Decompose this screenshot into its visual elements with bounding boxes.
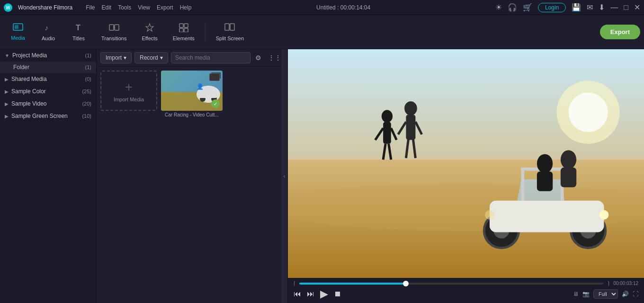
time-slider[interactable]	[299, 283, 604, 285]
time-end: ⌉	[608, 281, 609, 286]
panel-collapse-arrow[interactable]: ‹	[281, 49, 287, 303]
main-area: ▼ Project Media (1) Folder (1) ▶ Shared …	[0, 49, 644, 303]
time-filled	[299, 283, 406, 285]
import-media-label: Import Media	[114, 97, 144, 102]
search-input[interactable]	[171, 52, 250, 63]
record-button[interactable]: Record ▾	[134, 52, 168, 63]
svg-rect-6	[109, 25, 114, 30]
toolbar-transitions[interactable]: Transitions	[95, 21, 133, 43]
headset-icon[interactable]: 🎧	[508, 3, 517, 12]
menu-item-edit[interactable]: Edit	[102, 4, 112, 11]
project-title: Untitled : 00:00:14:04	[316, 4, 370, 11]
camera-icon[interactable]: 📷	[582, 291, 590, 297]
transitions-label: Transitions	[101, 36, 126, 41]
maximize-icon[interactable]: □	[624, 3, 628, 12]
expand-arrow-project-media: ▼	[5, 53, 9, 58]
titles-icon: T	[73, 23, 84, 35]
menu-file[interactable]: File Edit Tools View Export Help	[86, 4, 191, 11]
grid-view-icon[interactable]: ⋮⋮	[266, 53, 283, 62]
monitor-icon[interactable]: 🖥	[573, 291, 579, 297]
preview-scene	[288, 49, 644, 278]
svg-rect-40	[537, 171, 553, 191]
cart-icon[interactable]: 🛒	[523, 3, 532, 12]
sample-green-count: (10)	[82, 113, 91, 119]
svg-point-39	[537, 154, 553, 173]
shared-media-header[interactable]: ▶ Shared Media (0)	[0, 73, 96, 85]
shared-media-count: (0)	[85, 76, 91, 82]
svg-rect-21	[198, 90, 217, 98]
section-sample-video: ▶ Sample Video (20)	[0, 98, 96, 110]
preview-controls: ⌈ ⌉ 00:00:03:12 ⏮ ⏭ ▶ ⏹ 🖥 📷	[288, 278, 644, 303]
svg-rect-14	[225, 24, 229, 30]
record-label: Record	[140, 54, 158, 61]
svg-text:👤: 👤	[197, 83, 204, 90]
sample-color-header[interactable]: ▶ Sample Color (25)	[0, 85, 96, 98]
svg-rect-52	[406, 115, 415, 140]
svg-text:W: W	[6, 5, 10, 10]
media-item-title: Car Racing - Video Cutt...	[161, 112, 223, 117]
titlebar-right: ☀ 🎧 🛒 Login 💾 ✉ ⬇ — □ ✕	[495, 3, 640, 12]
stop-button[interactable]: ⏹	[334, 290, 341, 298]
audio-label: Audio	[42, 36, 55, 41]
import-button[interactable]: Import ▾	[100, 52, 132, 63]
fullscreen-icon[interactable]: ⛶	[633, 291, 638, 297]
toolbar-effects[interactable]: Effects	[135, 21, 164, 43]
menu-item-export[interactable]: Export	[157, 4, 173, 11]
menu-item-view[interactable]: View	[138, 4, 150, 11]
sun-icon[interactable]: ☀	[495, 3, 502, 12]
svg-rect-36	[521, 168, 525, 201]
section-sample-color: ▶ Sample Color (25)	[0, 85, 96, 98]
toolbar-titles[interactable]: T Titles	[64, 21, 93, 43]
menu-item-tools[interactable]: Tools	[118, 4, 131, 11]
play-button[interactable]: ▶	[320, 288, 328, 300]
svg-rect-10	[179, 24, 183, 27]
svg-rect-34	[490, 201, 604, 232]
volume-icon[interactable]: 🔊	[622, 291, 629, 297]
login-button[interactable]: Login	[538, 3, 566, 12]
titlebar: W Wondershare Filmora File Edit Tools Vi…	[0, 0, 644, 15]
svg-point-51	[404, 101, 417, 116]
svg-rect-13	[184, 28, 188, 32]
save-icon[interactable]: 💾	[572, 3, 581, 12]
sample-video-header[interactable]: ▶ Sample Video (20)	[0, 98, 96, 110]
step-forward-button[interactable]: ⏭	[307, 290, 314, 298]
export-button[interactable]: Export	[600, 25, 640, 39]
playback-row: ⏮ ⏭ ▶ ⏹ 🖥 📷 Full 1/2 1/4 🔊 ⛶	[294, 288, 638, 300]
playback-buttons: ⏮ ⏭ ▶ ⏹	[294, 288, 341, 300]
record-dropdown-arrow: ▾	[160, 54, 163, 61]
preview-panel: ⌈ ⌉ 00:00:03:12 ⏮ ⏭ ▶ ⏹ 🖥 📷	[288, 49, 644, 303]
toolbar-elements[interactable]: Elements	[166, 21, 201, 43]
svg-point-41	[561, 150, 576, 169]
media-item-car-racing[interactable]: 👤 HD ✓ Car Racing - Video Cutt...	[161, 71, 223, 117]
svg-rect-15	[230, 24, 234, 30]
folder-item[interactable]: Folder (1)	[0, 62, 96, 73]
section-shared-media: ▶ Shared Media (0)	[0, 73, 96, 85]
titles-label: Titles	[72, 36, 85, 41]
effects-label: Effects	[142, 36, 157, 41]
project-media-header[interactable]: ▼ Project Media (1)	[0, 49, 96, 62]
mail-icon[interactable]: ✉	[587, 3, 593, 12]
toolbar-audio[interactable]: ♪ Audio	[34, 21, 63, 43]
sample-green-header[interactable]: ▶ Sample Green Screen (10)	[0, 110, 96, 122]
download-icon[interactable]: ⬇	[599, 3, 605, 12]
svg-rect-7	[115, 25, 119, 30]
close-icon[interactable]: ✕	[634, 3, 640, 12]
svg-marker-9	[146, 24, 153, 31]
menu-item-file[interactable]: File	[86, 4, 95, 11]
import-media-placeholder[interactable]: + Import Media	[100, 71, 157, 111]
minimize-icon[interactable]: —	[610, 3, 618, 12]
split-screen-label: Split Screen	[216, 36, 244, 41]
section-sample-green: ▶ Sample Green Screen (10)	[0, 110, 96, 122]
media-thumbnail: 👤 HD ✓	[161, 71, 223, 111]
svg-text:HD: HD	[213, 74, 218, 78]
menu-item-help[interactable]: Help	[180, 4, 192, 11]
svg-rect-42	[561, 168, 576, 187]
filter-icon[interactable]: ⚙	[253, 53, 263, 62]
toolbar-media[interactable]: Media	[4, 21, 32, 43]
audio-icon: ♪	[43, 23, 54, 35]
skip-backward-button[interactable]: ⏮	[294, 290, 301, 298]
sample-video-count: (20)	[82, 101, 91, 107]
time-start: ⌈	[294, 281, 295, 286]
toolbar-split-screen[interactable]: Split Screen	[209, 21, 250, 43]
resolution-select[interactable]: Full 1/2 1/4	[593, 289, 618, 299]
